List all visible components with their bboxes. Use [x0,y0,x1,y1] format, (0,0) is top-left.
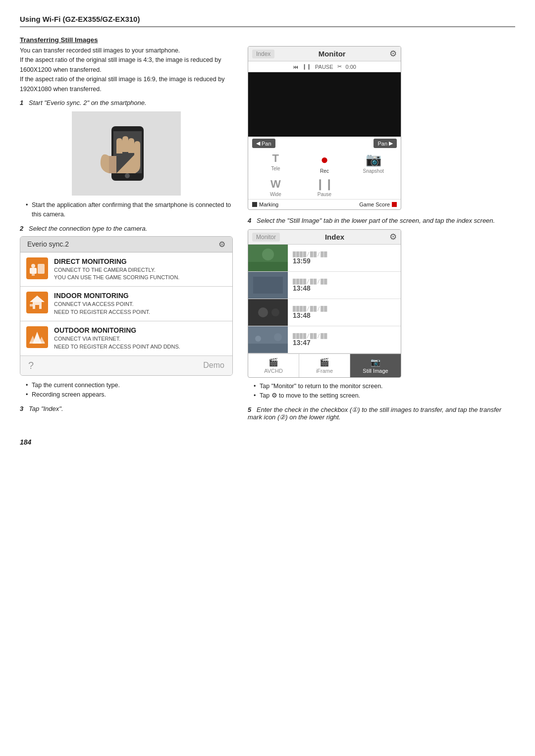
outdoor-monitoring-title: OUTDOOR MONITORING [54,326,226,334]
pan-right-label: Pan [377,141,387,147]
snapshot-icon[interactable]: 📷 [366,152,381,167]
rec-label: Rec [320,168,329,174]
index-meta-4: ████/██/██ 13:47 [288,330,401,350]
outdoor-monitoring-desc: CONNECT VIA INTERNET.NEED TO REGISTER AC… [54,335,226,351]
snapshot-control: 📷 Snapshot [350,152,397,174]
snapshot-label: Snapshot [363,168,384,174]
step-3-text: Tap "Index". [29,405,63,412]
demo-row: ? Demo [20,356,232,375]
two-col-layout: You can transfer recorded still images t… [20,46,515,423]
outdoor-monitoring-item[interactable]: OUTDOOR MONITORING CONNECT VIA INTERNET.… [20,321,232,356]
still-image-tab[interactable]: 📷 Still Image [350,354,401,377]
outdoor-icon-svg [28,328,47,347]
index-active-tab[interactable]: Index [325,233,344,241]
index-meta-2: ████/██/██ 13:48 [288,276,401,295]
svg-point-26 [274,333,282,341]
page-title: Using Wi-Fi (GZ-EX355/GZ-EX310) [20,15,140,23]
step-3-number: 3 [20,405,23,412]
pan-left-button[interactable]: ◀ Pan [252,139,275,148]
index-thumb-4 [248,326,288,353]
monitor-gear-icon[interactable]: ⚙ [389,49,397,59]
avchd-tab[interactable]: 🎬 AVCHD [248,354,299,377]
marking-square-icon [252,202,257,207]
svg-point-22 [271,308,279,316]
indoor-icon-svg [28,293,47,312]
iframe-tab[interactable]: 🎬 iFrame [299,354,350,377]
right-column: Index Monitor ⚙ ⏮ ❙❙ PAUSE ✂ 0:00 ◀ Pan [248,46,515,423]
index-item-3[interactable]: ████/██/██ 13:48 [248,299,401,326]
monitor-active-tab[interactable]: Monitor [319,50,346,58]
wide-control: W Wide [252,178,299,197]
app-name-label: Everio sync.2 [27,240,69,248]
conn-selector-header: Everio sync.2 ⚙ [20,237,232,252]
step-5-number: 5 [248,406,251,413]
monitor-index-tab[interactable]: Index [252,50,274,58]
step-3-label: 3 Tap "Index". [20,405,233,412]
step-1-label: 1 Start "Everio sync. 2" on the smartpho… [20,99,233,106]
thumb-3-svg [248,299,288,326]
monitor-controls-row2: W Wide ❙❙ Pause [248,176,401,199]
index-item-1[interactable]: ████/██/██ 13:59 [248,245,401,272]
index-item-4[interactable]: ████/██/██ 13:47 [248,326,401,353]
svg-rect-19 [253,277,283,294]
section-title: Transferring Still Images [20,36,515,44]
step-4-label: 4 Select the "Still Image" tab in the lo… [248,217,515,224]
index-meta-3: ████/██/██ 13:48 [288,303,401,322]
direct-monitoring-title: DIRECT MONITORING [54,257,226,265]
index-gear-icon[interactable]: ⚙ [389,232,397,242]
toolbar-pause-icon: ❙❙ [302,63,311,70]
gear-icon-conn: ⚙ [218,240,225,249]
still-image-label: Still Image [363,368,388,374]
step-2-section: 2 Select the connection type to the came… [20,225,233,400]
step-5-label: 5 Enter the check in the checkbox (①) to… [248,406,515,421]
index-footer-tabs: 🎬 AVCHD 🎬 iFrame 📷 Still Image [248,353,401,377]
pause-icon[interactable]: ❙❙ [316,178,333,191]
direct-monitoring-item[interactable]: DIRECT MONITORING CONNECT TO THE CAMERA … [20,252,232,287]
monitor-toolbar: ⏮ ❙❙ PAUSE ✂ 0:00 [248,61,401,72]
monitor-controls-row1: T Tele ● Rec 📷 Snapshot [248,150,401,176]
bullet-monitor-2: Tap ⚙ to move to the setting screen. [254,391,515,401]
svg-marker-7 [30,296,45,302]
marking-button[interactable]: Marking [252,202,278,207]
step-2-text: Select the connection type to the camera… [29,225,147,232]
avchd-label: AVCHD [264,368,283,374]
index-time-1: 13:59 [293,257,396,265]
svg-point-21 [258,307,268,317]
index-monitor-tab[interactable]: Monitor [252,233,280,242]
pan-right-button[interactable]: Pan ▶ [374,139,397,148]
outdoor-monitoring-icon [26,326,48,348]
hand-image [72,111,181,196]
indoor-monitoring-title: INDOOR MONITORING [54,292,226,300]
hand-svg [82,116,171,191]
gamescore-label: Game Score [359,202,390,207]
index-time-4: 13:47 [293,339,396,347]
bullet-monitor-1: Tap "Monitor" to return to the monitor s… [254,382,515,391]
svg-point-16 [262,249,274,260]
monitor-video-area [248,72,401,137]
gamescore-button[interactable]: Game Score [359,202,397,207]
monitor-header: Index Monitor ⚙ [248,47,401,61]
svg-rect-10 [30,304,33,306]
svg-point-25 [255,336,261,342]
pause-control: ❙❙ Pause [301,178,348,197]
demo-label: Demo [203,361,224,370]
empty-control [350,178,397,197]
step-2-label: 2 Select the connection type to the came… [20,225,233,232]
index-list: ████/██/██ 13:59 ████/██/██ [248,245,401,353]
indoor-monitoring-item[interactable]: INDOOR MONITORING CONNECT VIA ACCESS POI… [20,287,232,321]
toolbar-pause-label: PAUSE [315,64,333,70]
index-thumb-3 [248,299,288,326]
demo-question-mark: ? [28,360,34,371]
step-1-bullets: Start the application after confirming t… [26,201,233,220]
svg-rect-14 [30,342,45,344]
rec-icon[interactable]: ● [321,152,328,167]
step-5-text: Enter the check in the checkbox (①) to t… [248,406,501,421]
svg-rect-9 [35,305,39,309]
indoor-monitoring-desc: CONNECT VIA ACCESS POINT.NEED TO REGISTE… [54,301,226,316]
index-item-2[interactable]: ████/██/██ 13:48 [248,272,401,299]
direct-icon-svg [28,259,47,278]
bullet-step2-1: Tap the current connection type. [26,381,233,390]
intro-line-3: If the aspect ratio of the original stil… [20,76,224,92]
step-4-bullets: Tap "Monitor" to return to the monitor s… [254,382,515,401]
monitor-screen: Index Monitor ⚙ ⏮ ❙❙ PAUSE ✂ 0:00 ◀ Pan [248,46,401,210]
